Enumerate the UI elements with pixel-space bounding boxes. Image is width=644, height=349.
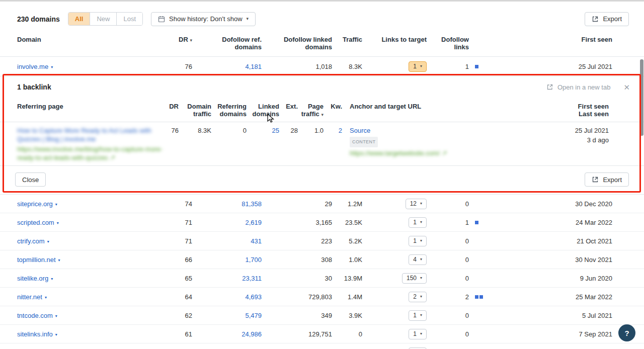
chevron-down-icon: ▾ [420, 239, 422, 243]
column-header-dofollow-linked-domains[interactable]: Dofollow linked domains [262, 36, 332, 51]
export-icon [592, 176, 599, 183]
domain-link[interactable]: sitelinks.info▾ [17, 330, 57, 338]
links-to-target-dropdown[interactable]: 1▾ [409, 347, 427, 349]
column-header-dofollow-links[interactable]: Dofollow links [427, 36, 469, 51]
links-to-target-dropdown[interactable]: 4▾ [409, 254, 427, 265]
dofollow-ref-domains-link[interactable]: 4,693 [245, 293, 262, 301]
column-header-first-last-seen[interactable]: First seenLast seen [528, 103, 609, 118]
dofollow-ref-domains-link[interactable]: 431 [251, 237, 262, 245]
close-panel-button[interactable]: Close [15, 172, 46, 187]
links-to-target-cell: 1▾ [362, 310, 427, 321]
domain-link[interactable]: siteprice.org▾ [17, 200, 57, 208]
column-header-linked-domains[interactable]: Linkeddomains [247, 103, 279, 118]
kw-link[interactable]: 2 [339, 127, 342, 134]
dofollow-ref-domains-link[interactable]: 81,358 [242, 200, 262, 208]
domain-table-row: tntcode.com▾ 62 5,479 349 3.9K 1▾ 0 5 Ju… [0, 306, 644, 325]
column-header-referring-domains[interactable]: Referringdomains [211, 103, 247, 118]
domain-link[interactable]: ctrify.com▾ [17, 237, 49, 245]
dofollow-links-cell: 1 [427, 219, 469, 226]
traffic-cell: 8.3K [332, 63, 362, 70]
traffic-cell: 3.9K [332, 312, 362, 319]
links-to-target-cell: 12▾ [362, 199, 427, 209]
domains-count: 230 domains [17, 15, 60, 23]
backlink-panel-title: 1 backlink [17, 83, 51, 91]
domain-table-row: ctrify.com▾ 71 431 223 5.2K 1▾ 0 21 Oct … [0, 232, 644, 250]
first-seen-cell: 25 Jul 2021 [484, 63, 612, 70]
links-to-target-dropdown[interactable]: 1▾ [409, 310, 427, 321]
dofollow-links-cell: 0 [427, 200, 469, 208]
target-url-link[interactable]: https://www.targetwebsite.com/ ↗ [350, 149, 528, 157]
links-to-target-dropdown[interactable]: 150▾ [402, 273, 427, 284]
domain-table-row: involve.me▾ 76 4,181 1,018 8.3K 1▾ 1 25 … [0, 57, 644, 76]
filter-all-button[interactable]: All [68, 13, 91, 25]
links-to-target-dropdown[interactable]: 2▾ [409, 292, 427, 302]
dofollow-links-cell: 0 [427, 330, 469, 338]
scrollbar-thumb[interactable] [640, 59, 643, 136]
bl-domain-traffic-cell: 8.3K [179, 126, 211, 135]
column-header-dofollow-ref-domains[interactable]: Dofollow ref. domains [192, 36, 262, 51]
show-history-dropdown[interactable]: Show history: Don't show ▾ [151, 12, 256, 26]
dofollow-ref-domains-cell: 431 [192, 237, 262, 245]
linked-domains-link[interactable]: 25 [272, 127, 279, 134]
column-header-referring-page[interactable]: Referring page [17, 103, 163, 110]
referring-page-url-link[interactable]: https://www.involve.me/blog/how-to-captu… [17, 145, 163, 162]
dofollow-ref-domains-link[interactable]: 1,700 [245, 256, 262, 264]
dofollow-linked-domains-cell: 129,751 [262, 330, 332, 338]
column-header-domain-traffic[interactable]: Domaintraffic [179, 103, 211, 118]
traffic-cell: 13.9M [332, 275, 362, 282]
column-header-page-traffic[interactable]: Page traffic ▾ [298, 103, 324, 118]
links-to-target-dropdown[interactable]: 12▾ [406, 199, 427, 209]
referring-page-title-link[interactable]: How to Capture More Ready to Act Leads w… [17, 127, 151, 143]
domain-cell: nitter.net▾ [17, 293, 168, 301]
links-to-target-dropdown[interactable]: 1▾ [409, 61, 427, 72]
dofollow-ref-domains-link[interactable]: 24,986 [242, 330, 262, 338]
dr-cell: 65 [168, 275, 192, 282]
dofollow-links-cell: 0 [427, 312, 469, 319]
links-to-target-dropdown[interactable]: 1▾ [409, 329, 427, 339]
panel-export-button[interactable]: Export [585, 172, 629, 187]
column-header-first-seen[interactable]: First seen [484, 36, 612, 43]
links-to-target-dropdown[interactable]: 1▾ [409, 217, 427, 228]
domain-cell: involve.me▾ [17, 63, 168, 70]
column-header-ext[interactable]: Ext. [279, 103, 298, 110]
dofollow-ref-domains-link[interactable]: 5,479 [245, 312, 262, 319]
chevron-down-icon: ▾ [420, 276, 422, 280]
domain-table-row: topmillion.net▾ 66 1,700 308 1.0K 4▾ 0 3… [0, 250, 644, 269]
open-in-new-tab-button[interactable]: Open in a new tab [546, 83, 611, 91]
open-in-new-tab-label: Open in a new tab [557, 83, 611, 91]
traffic-cell: 1.2M [332, 200, 362, 208]
anchor-source-link[interactable]: Source [350, 127, 370, 134]
domain-link[interactable]: nitter.net▾ [17, 293, 47, 301]
backlink-panel-header: 1 backlink Open in a new tab ✕ [0, 76, 644, 98]
domain-link[interactable]: topmillion.net▾ [17, 256, 60, 264]
column-header-traffic[interactable]: Traffic [332, 36, 362, 43]
close-panel-icon[interactable]: ✕ [623, 83, 630, 91]
column-header-bl-dr[interactable]: DR [163, 103, 179, 110]
column-header-dr[interactable]: DR ▾ [168, 36, 192, 43]
dofollow-ref-domains-link[interactable]: 4,181 [245, 63, 262, 70]
column-header-domain[interactable]: Domain [17, 36, 168, 43]
dr-cell: 71 [168, 219, 192, 226]
domain-link[interactable]: involve.me▾ [17, 63, 53, 70]
domain-link[interactable]: tntcode.com▾ [17, 312, 57, 319]
column-header-kw[interactable]: Kw. [324, 103, 342, 110]
export-button[interactable]: Export [585, 12, 629, 26]
column-header-links-to-target[interactable]: Links to target [362, 36, 427, 43]
filter-lost-button[interactable]: Lost [117, 13, 142, 25]
links-to-target-dropdown[interactable]: 1▾ [409, 236, 427, 246]
domain-link[interactable]: sitelike.org▾ [17, 275, 53, 282]
column-header-anchor-target-url[interactable]: Anchor and target URL [342, 103, 528, 110]
chevron-down-icon: ▾ [55, 202, 57, 207]
dofollow-ref-domains-link[interactable]: 23,311 [242, 275, 262, 282]
dofollow-ref-domains-link[interactable]: 2,619 [245, 219, 262, 226]
links-to-target-cell: 2▾ [362, 292, 427, 302]
dofollow-linked-domains-cell: 349 [262, 312, 332, 319]
domain-cell: sitelike.org▾ [17, 275, 168, 282]
filter-new-button[interactable]: New [90, 13, 117, 25]
links-to-target-cell: 1▾ [362, 217, 427, 228]
help-button[interactable]: ? [618, 324, 635, 341]
traffic-cell: 1.4M [332, 293, 362, 301]
domain-link[interactable]: scripted.com▾ [17, 219, 59, 226]
chevron-down-icon: ▾ [57, 221, 59, 225]
traffic-cell: 0 [332, 330, 362, 338]
